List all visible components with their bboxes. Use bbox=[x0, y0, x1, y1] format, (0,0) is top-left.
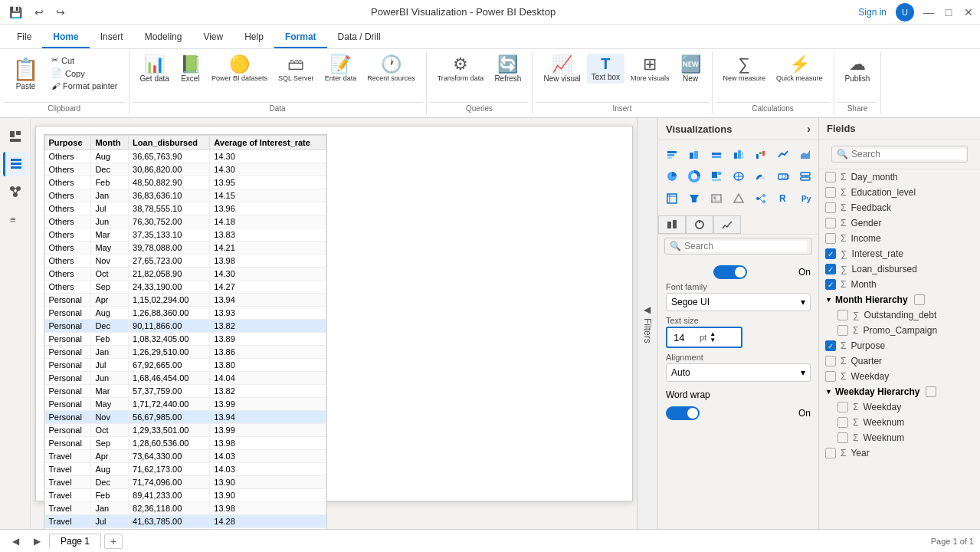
undo-button[interactable]: ↩ bbox=[31, 5, 47, 20]
col-interest[interactable]: Average of Interest_rate bbox=[210, 136, 326, 150]
recent-sources-button[interactable]: 🕐 Recent sources bbox=[362, 54, 420, 84]
viz-shape[interactable] bbox=[728, 188, 749, 209]
field-checkbox-weekday[interactable] bbox=[825, 371, 836, 382]
sql-server-button[interactable]: 🗃 SQL Server bbox=[274, 54, 319, 84]
field-item-gender[interactable]: ΣGender bbox=[819, 215, 980, 231]
field-checkbox-month[interactable]: ✓ bbox=[825, 279, 836, 290]
field-checkbox-feedback[interactable] bbox=[825, 202, 836, 213]
viz-image[interactable] bbox=[706, 188, 727, 209]
cut-button[interactable]: ✂ Cut bbox=[47, 54, 123, 67]
data-view-button[interactable] bbox=[3, 152, 28, 176]
table-row[interactable]: PersonalNov56,67,985.0013.94 bbox=[44, 411, 326, 424]
format-painter-button[interactable]: 🖌 Format painter bbox=[47, 80, 123, 92]
col-purpose[interactable]: Purpose bbox=[44, 136, 91, 150]
table-row[interactable]: PersonalFeb1,08,32,405.0013.89 bbox=[44, 333, 326, 346]
table-row[interactable]: TravelJan82,36,118.0013.98 bbox=[44, 502, 326, 515]
viz-matrix[interactable] bbox=[661, 188, 683, 209]
table-row[interactable]: OthersMar37,35,133.1013.83 bbox=[44, 228, 326, 242]
on-toggle-switch[interactable] bbox=[713, 265, 747, 279]
table-row[interactable]: TravelFeb89,41,233.0013.90 bbox=[44, 489, 326, 502]
field-checkbox-day-month[interactable] bbox=[825, 172, 836, 182]
build-tab[interactable] bbox=[658, 215, 686, 234]
font-family-dropdown[interactable]: Segoe UI ▾ bbox=[666, 293, 811, 311]
next-page-button[interactable]: ▶ bbox=[28, 534, 46, 549]
table-row[interactable]: PersonalJun1,68,46,454.0014.04 bbox=[44, 372, 326, 385]
viz-map[interactable] bbox=[728, 166, 749, 187]
paste-button[interactable]: 📋 Paste bbox=[6, 54, 45, 94]
new-button[interactable]: 🆕 New bbox=[676, 54, 706, 85]
refresh-button[interactable]: 🔄 Refresh bbox=[490, 54, 526, 85]
viz-clustered-column[interactable] bbox=[728, 143, 749, 165]
tab-insert[interactable]: Insert bbox=[90, 27, 134, 48]
table-row[interactable]: PersonalJan1,26,29,510.0013.86 bbox=[44, 346, 326, 359]
alignment-dropdown[interactable]: Auto ▾ bbox=[666, 363, 811, 382]
table-row[interactable]: PersonalApr1,15,02,294.0013.94 bbox=[44, 294, 326, 307]
table-row[interactable]: OthersJan36,83,636.1014.15 bbox=[44, 189, 326, 202]
field-item-year[interactable]: ΣYear bbox=[819, 445, 980, 461]
transform-data-button[interactable]: ⚙ Transform data bbox=[433, 54, 489, 84]
table-row[interactable]: OthersJun76,30,752.0014.18 bbox=[44, 215, 326, 228]
tab-home[interactable]: Home bbox=[42, 27, 89, 48]
quick-measure-button[interactable]: ⚡ Quick measure bbox=[772, 54, 828, 84]
col-loan[interactable]: Loan_disbursed bbox=[129, 136, 210, 150]
copy-button[interactable]: 📄 Copy bbox=[47, 67, 123, 80]
enter-data-button[interactable]: 📝 Enter data bbox=[320, 54, 362, 84]
save-button[interactable]: 💾 bbox=[6, 5, 25, 20]
viz-waterfall[interactable] bbox=[750, 143, 772, 165]
table-row[interactable]: PersonalJul67,92,665.0013.80 bbox=[44, 359, 326, 372]
field-checkbox-promo-campaign[interactable] bbox=[837, 325, 848, 336]
text-size-spinner[interactable]: ▲ ▼ bbox=[710, 331, 716, 343]
sign-in-button[interactable]: Sign in bbox=[858, 7, 887, 18]
viz-decomp-tree[interactable] bbox=[750, 188, 772, 209]
page-tab-1[interactable]: Page 1 bbox=[49, 534, 101, 549]
viz-r-script[interactable]: R bbox=[772, 188, 794, 209]
field-checkbox-outstanding-debt[interactable] bbox=[837, 310, 848, 320]
field-checkbox-year[interactable] bbox=[825, 448, 836, 458]
table-row[interactable]: TravelAug71,62,173.0014.03 bbox=[44, 463, 326, 476]
field-checkbox-quarter[interactable] bbox=[825, 356, 836, 366]
spinner-down[interactable]: ▼ bbox=[710, 337, 716, 343]
filters-bar[interactable]: ◀ Filters bbox=[637, 118, 658, 529]
word-wrap-toggle[interactable] bbox=[666, 406, 700, 420]
table-row[interactable]: PersonalSep1,28,60,536.0013.98 bbox=[44, 437, 326, 450]
format-tab[interactable] bbox=[686, 215, 713, 234]
viz-stacked-bar-100[interactable] bbox=[706, 143, 727, 165]
field-checkbox-month-hierarchy-group[interactable] bbox=[914, 294, 925, 305]
maximize-button[interactable]: □ bbox=[943, 7, 954, 18]
field-item-feedback[interactable]: ΣFeedback bbox=[819, 200, 980, 215]
field-item-outstanding-debt[interactable]: ∑Outstanding_debt bbox=[819, 307, 980, 323]
viz-clustered-bar[interactable] bbox=[683, 143, 705, 165]
field-item-loan-disbursed[interactable]: ✓∑Loan_disbursed bbox=[819, 261, 980, 277]
table-row[interactable]: TravelApr73,64,330.0014.03 bbox=[44, 450, 326, 463]
table-row[interactable]: PersonalAug1,26,88,360.0013.93 bbox=[44, 307, 326, 320]
viz-funnel[interactable] bbox=[683, 188, 705, 209]
tab-format[interactable]: Format bbox=[274, 27, 327, 48]
viz-search-input[interactable] bbox=[684, 241, 807, 251]
table-row[interactable]: PersonalMay1,71,72,440.0013.99 bbox=[44, 398, 326, 411]
table-row[interactable]: PersonalOct1,29,33,501.0013.99 bbox=[44, 424, 326, 437]
field-checkbox-loan-disbursed[interactable]: ✓ bbox=[825, 264, 836, 274]
table-row[interactable]: OthersDec30,86,820.0014.30 bbox=[44, 163, 326, 176]
powerbi-datasets-button[interactable]: 🟡 Power BI datasets bbox=[207, 54, 272, 84]
viz-treemap[interactable] bbox=[706, 166, 727, 187]
close-button[interactable]: ✕ bbox=[963, 7, 974, 18]
field-item-education-level[interactable]: ΣEducation_level bbox=[819, 185, 980, 200]
fields-search-input[interactable] bbox=[851, 149, 966, 159]
field-item-day-month[interactable]: ΣDay_month bbox=[819, 169, 980, 185]
field-item-weekday[interactable]: ΣWeekday bbox=[819, 369, 980, 384]
tab-modeling[interactable]: Modeling bbox=[134, 27, 193, 48]
text-box-button[interactable]: T Text box bbox=[587, 54, 624, 84]
table-row[interactable]: OthersFeb48,50,882.9013.95 bbox=[44, 176, 326, 189]
field-checkbox-interest-rate[interactable]: ✓ bbox=[825, 248, 836, 259]
table-row[interactable]: TravelDec71,74,096.0013.90 bbox=[44, 476, 326, 489]
table-row[interactable]: OthersOct21,82,058.9014.30 bbox=[44, 268, 326, 281]
tab-data-drill[interactable]: Data / Drill bbox=[327, 27, 392, 48]
field-item-promo-campaign[interactable]: ΣPromo_Campaign bbox=[819, 323, 980, 338]
publish-button[interactable]: ☁ Publish bbox=[841, 54, 875, 85]
report-view-button[interactable] bbox=[3, 124, 28, 149]
col-month[interactable]: Month bbox=[91, 136, 129, 150]
table-row[interactable]: OthersJul38,78,555.1013.96 bbox=[44, 202, 326, 215]
add-page-button[interactable]: + bbox=[104, 534, 123, 549]
excel-button[interactable]: 📗 Excel bbox=[175, 54, 205, 85]
field-item-purpose[interactable]: ✓ΣPurpose bbox=[819, 338, 980, 353]
